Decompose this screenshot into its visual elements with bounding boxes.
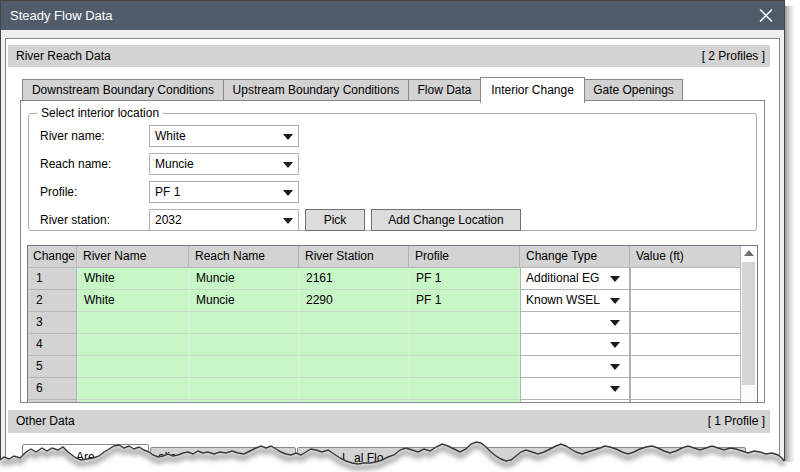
cell-river-name[interactable]: White (77, 290, 189, 312)
tab-gate-openings[interactable]: Gate Openings (584, 79, 683, 100)
row-number: 6 (28, 378, 77, 400)
cell-value[interactable] (630, 356, 741, 378)
table-scrollbar[interactable] (741, 246, 757, 402)
row-number (28, 400, 77, 402)
cell-river-name[interactable]: White (77, 268, 189, 290)
cell-profile[interactable]: PF 1 (409, 268, 520, 290)
close-icon[interactable] (755, 7, 777, 24)
col-header-reach-name: Reach Name (189, 246, 299, 268)
river-reach-data-header: River Reach Data [ 2 Profiles ] (8, 45, 770, 67)
tab-flow-data[interactable]: Flow Data (408, 79, 481, 100)
other-data-header: Other Data [ 1 Profile ] (8, 410, 770, 433)
table-row: 3 (28, 312, 757, 334)
cell-river-station[interactable]: 2290 (299, 290, 409, 312)
cell-river-station[interactable] (299, 334, 409, 356)
scroll-up-icon[interactable] (744, 250, 754, 256)
cell-river-station[interactable] (299, 378, 409, 400)
title-bar[interactable]: Steady Flow Data (1, 1, 784, 30)
change-type-value: Additional EG (526, 271, 599, 285)
table-row: 4 (28, 334, 757, 356)
tab-downstream-boundary-conditions[interactable]: Downstream Boundary Conditions (22, 79, 224, 100)
pick-button[interactable]: Pick (305, 209, 365, 231)
cell-change-type-select[interactable] (520, 334, 630, 356)
col-header-value: Value (ft) (630, 246, 741, 268)
cell-reach-name[interactable] (189, 356, 299, 378)
bottom-tab-1[interactable]: Are (22, 444, 149, 472)
cell-river-station (299, 400, 409, 402)
cell-value[interactable] (630, 312, 741, 334)
cell-river-station[interactable]: 2161 (299, 268, 409, 290)
profile-value: PF 1 (155, 185, 180, 199)
cell-profile[interactable] (409, 378, 520, 400)
bottom-tab-1-label: Are (76, 450, 95, 464)
cell-reach-name[interactable] (189, 378, 299, 400)
change-type-value: Known WSEL (526, 293, 600, 307)
dialog-body-panel: River Reach Data [ 2 Profiles ] Downstre… (5, 38, 780, 472)
cell-change-type-select[interactable]: Additional EG (520, 268, 630, 290)
chevron-down-icon (610, 386, 620, 392)
chevron-down-icon (610, 342, 620, 348)
cell-change-type-select[interactable]: Known WSEL (520, 290, 630, 312)
cell-river-name[interactable] (77, 334, 189, 356)
river-reach-data-title: River Reach Data (16, 45, 111, 67)
cell-profile[interactable] (409, 312, 520, 334)
reach-name-value: Muncie (155, 157, 194, 171)
river-station-label: River station: (40, 213, 110, 227)
profiles-badge: [ 2 Profiles ] (702, 45, 765, 67)
profile-select[interactable]: PF 1 (149, 181, 299, 203)
cell-profile[interactable]: PF 1 (409, 290, 520, 312)
col-header-change: Change (28, 246, 77, 268)
cell-river-name[interactable] (77, 356, 189, 378)
bottom-tab-3[interactable]: L al Flo (297, 447, 746, 472)
cell-reach-name[interactable] (189, 312, 299, 334)
cell-river-name[interactable] (77, 378, 189, 400)
tab-interior-change[interactable]: Interior Change (480, 77, 585, 103)
cell-river-name (77, 400, 189, 402)
cell-change-type-select (520, 400, 630, 402)
cell-value (630, 400, 741, 402)
table-row: 5 (28, 356, 757, 378)
col-header-profile: Profile (409, 246, 520, 268)
cell-profile[interactable] (409, 356, 520, 378)
cell-change-type-select[interactable] (520, 312, 630, 334)
chevron-down-icon (283, 134, 293, 140)
table-row: 2 White Muncie 2290 PF 1 Known WSEL (28, 290, 757, 312)
cell-river-station[interactable] (299, 356, 409, 378)
cell-river-station[interactable] (299, 312, 409, 334)
cell-change-type-select[interactable] (520, 356, 630, 378)
river-station-select[interactable]: 2032 (149, 209, 299, 231)
page: Steady Flow Data River Reach Data [ 2 Pr… (0, 0, 800, 472)
reach-name-label: Reach name: (40, 157, 111, 171)
tab-upstream-boundary-conditions[interactable]: Upstream Boundary Conditions (223, 79, 409, 100)
chevron-down-icon (610, 298, 620, 304)
cell-value[interactable] (630, 290, 741, 312)
bottom-tab-2[interactable]: alje (150, 447, 296, 472)
interior-change-tab-panel: Select interior location River name: Rea… (20, 100, 765, 403)
chevron-down-icon (283, 162, 293, 168)
reach-name-select[interactable]: Muncie (149, 153, 299, 175)
cell-value[interactable] (630, 378, 741, 400)
cell-reach-name[interactable]: Muncie (189, 290, 299, 312)
row-number: 4 (28, 334, 77, 356)
scrollbar-thumb[interactable] (742, 262, 755, 385)
river-name-select[interactable]: White (149, 125, 299, 147)
cell-value[interactable] (630, 268, 741, 290)
cell-river-name[interactable] (77, 312, 189, 334)
add-change-location-button[interactable]: Add Change Location (371, 209, 521, 231)
chevron-down-icon (610, 276, 620, 282)
col-header-river-station: River Station (299, 246, 409, 268)
cell-change-type-select[interactable] (520, 378, 630, 400)
cell-value[interactable] (630, 334, 741, 356)
cell-reach-name[interactable]: Muncie (189, 268, 299, 290)
cell-profile[interactable] (409, 334, 520, 356)
row-number: 1 (28, 268, 77, 290)
row-number: 5 (28, 356, 77, 378)
river-name-value: White (155, 129, 186, 143)
col-header-river-name: River Name (77, 246, 189, 268)
chevron-down-icon (283, 218, 293, 224)
bottom-tab-3-label-b: al Flo (354, 451, 383, 465)
dialog-window: Steady Flow Data River Reach Data [ 2 Pr… (0, 0, 785, 472)
cell-reach-name[interactable] (189, 334, 299, 356)
row-number: 2 (28, 290, 77, 312)
row-number: 3 (28, 312, 77, 334)
